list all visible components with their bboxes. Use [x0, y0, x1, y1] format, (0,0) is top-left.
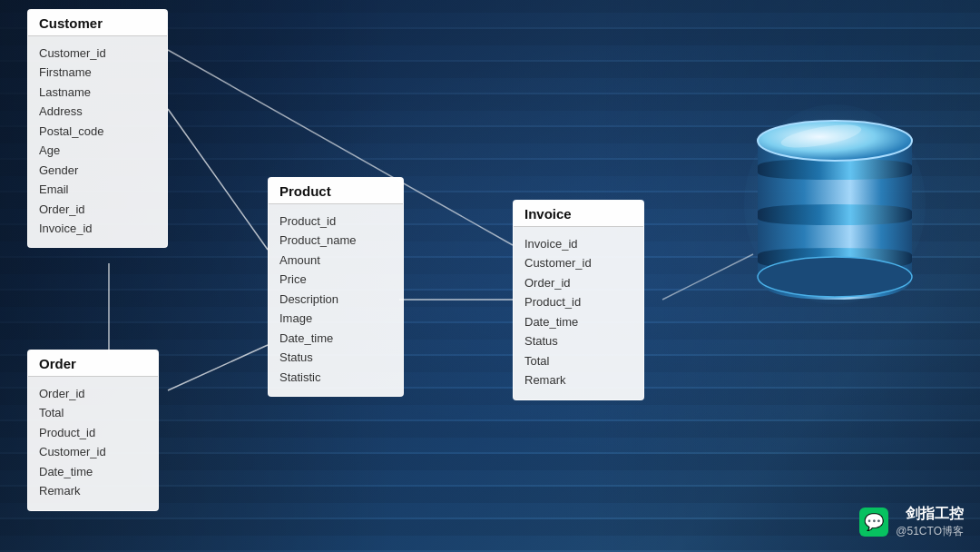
product-table-fields: Product_id Product_name Amount Price Des… [269, 204, 403, 396]
content-layer: Customer Customer_id Firstname Lastname … [0, 0, 980, 552]
order-table-header: Order [28, 350, 158, 377]
svg-point-8 [758, 257, 912, 297]
watermark-text: 剑指工控 @51CTO博客 [896, 505, 964, 539]
customer-table-header: Customer [28, 10, 167, 36]
customer-table: Customer Customer_id Firstname Lastname … [27, 9, 168, 248]
wechat-icon: 💬 [859, 508, 888, 537]
invoice-table-header: Invoice [514, 201, 643, 227]
product-table: Product Product_id Product_name Amount P… [268, 177, 404, 397]
invoice-table-fields: Invoice_id Customer_id Order_id Product_… [514, 227, 643, 399]
watermark: 💬 剑指工控 @51CTO博客 [859, 505, 964, 539]
customer-table-fields: Customer_id Firstname Lastname Address P… [28, 36, 167, 247]
invoice-table: Invoice Invoice_id Customer_id Order_id … [513, 200, 644, 400]
brand-handle: @51CTO博客 [896, 524, 964, 539]
product-table-header: Product [269, 178, 403, 204]
order-table-fields: Order_id Total Product_id Customer_id Da… [28, 377, 158, 510]
database-icon [744, 100, 926, 300]
brand-name: 剑指工控 [896, 505, 964, 524]
order-table: Order Order_id Total Product_id Customer… [27, 350, 159, 511]
